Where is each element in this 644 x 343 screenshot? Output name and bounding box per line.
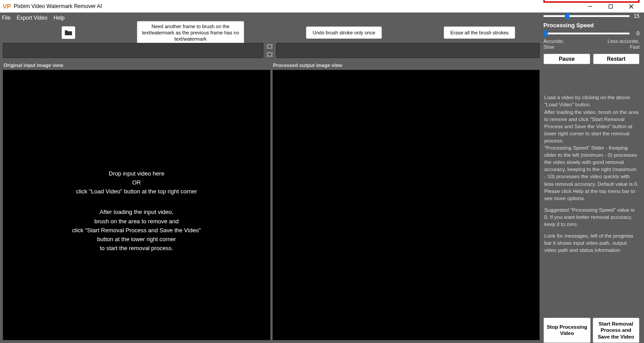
- load-video-highlight: Load Video: [543, 0, 640, 3]
- side-panel: Load Video Brush Length 15 Processing Sp…: [542, 0, 640, 343]
- restart-button[interactable]: Restart: [593, 54, 640, 64]
- drop-l1: Drop input video here: [3, 169, 270, 178]
- stop-processing-button[interactable]: Stop Processing Video: [543, 318, 591, 343]
- speed-left-2: Slow: [543, 44, 554, 50]
- brush-length-value: 15: [632, 13, 640, 19]
- info-p5: Suggested "Processing Speed" value is 0.…: [544, 206, 639, 228]
- drop-l3: click "Load Video" button at the top rig…: [3, 187, 270, 196]
- drop-l6: click "Start Removal Process and Save th…: [3, 226, 270, 235]
- open-folder-button[interactable]: [62, 26, 75, 39]
- app-logo-icon: VP: [3, 3, 11, 10]
- views-area: Original input image view Drop input vid…: [0, 61, 542, 343]
- speed-hint-labels: Accurate, Slow Less accurate, Fast: [543, 38, 640, 50]
- drop-l4: After loading the input video,: [3, 208, 270, 217]
- drop-l2: OR: [3, 178, 270, 187]
- menu-file[interactable]: File: [2, 15, 10, 21]
- processed-view-label: Processed output image view: [272, 61, 540, 70]
- speed-left-1: Accurate,: [543, 38, 564, 44]
- path-bars-row: [0, 42, 542, 61]
- processing-speed-value: 0: [632, 30, 640, 37]
- menu-help[interactable]: Help: [54, 15, 65, 21]
- menu-export-video[interactable]: Export Video: [17, 15, 47, 21]
- original-view-canvas[interactable]: Drop input video here OR click "Load Vid…: [3, 70, 271, 340]
- brush-length-slider[interactable]: [543, 15, 630, 17]
- brush-slider-thumb[interactable]: [565, 13, 569, 19]
- info-p4: Please click Help at the top menu bar to…: [544, 188, 635, 201]
- input-path-bar: [3, 43, 263, 58]
- speed-right-1: Less accurate,: [607, 38, 640, 44]
- speed-slider-thumb[interactable]: [543, 30, 548, 37]
- drop-l7: button at the lower right corner: [3, 235, 270, 244]
- original-view-label: Original input image view: [3, 61, 271, 70]
- info-p1: Load a video by clicking on the above "L…: [544, 95, 630, 107]
- start-removal-button[interactable]: Start Removal Process and Save the Video: [593, 318, 640, 343]
- chevron-up-icon[interactable]: [266, 43, 273, 50]
- drop-instructions: Drop input video here OR click "Load Vid…: [3, 169, 270, 253]
- info-text: Load a video by clicking on the above "L…: [543, 67, 640, 318]
- processing-speed-label: Processing Speed: [543, 22, 640, 29]
- info-p2: After loading the video, brush on the ar…: [544, 109, 639, 143]
- pause-button[interactable]: Pause: [543, 54, 590, 64]
- info-p3: "Processing Speed" Slider - Keeping slid…: [544, 145, 639, 186]
- info-p6: Look for messages, left of the progress …: [544, 232, 639, 254]
- drop-l8: to start the removal process.: [3, 244, 270, 253]
- output-path-bar: [276, 43, 540, 58]
- toolbar: Need another frame to brush on the text/…: [0, 23, 542, 42]
- processed-view-canvas: [272, 70, 540, 340]
- drop-l5: brush on the area to remove and: [3, 217, 270, 226]
- chevron-down-icon[interactable]: [266, 51, 273, 58]
- brush-length-label: Brush Length: [543, 4, 640, 11]
- processing-speed-slider[interactable]: [543, 33, 630, 34]
- need-frame-button[interactable]: Need another frame to brush on the text/…: [137, 21, 244, 45]
- app-title: Pixbim Video Watermark Remover AI: [14, 3, 102, 9]
- speed-right-2: Fast: [630, 44, 640, 50]
- undo-brush-button[interactable]: Undo brush stroke only once: [306, 26, 382, 39]
- erase-brush-button[interactable]: Erase all the brush strokes: [444, 26, 515, 39]
